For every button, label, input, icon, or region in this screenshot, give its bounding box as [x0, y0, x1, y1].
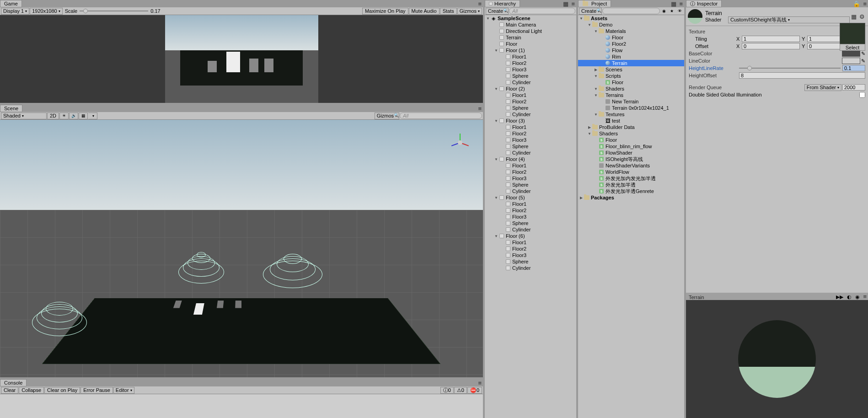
- project-item[interactable]: Terrain: [578, 60, 684, 66]
- hierarchy-item[interactable]: ▼Floor (5): [485, 194, 576, 201]
- foldout-icon[interactable]: ▼: [494, 48, 498, 53]
- project-item[interactable]: ▶ProBuilder Data: [578, 124, 684, 130]
- linecolor-swatch[interactable]: [842, 58, 860, 64]
- eyedropper-icon[interactable]: ✎: [861, 51, 865, 57]
- project-item[interactable]: SFloor_blinn_rim_flow: [578, 143, 684, 150]
- resolution-dropdown[interactable]: 1920x1080: [30, 8, 62, 15]
- project-item[interactable]: S外发光加半透Genrete: [578, 188, 684, 194]
- shader-dropdown[interactable]: Custom/ISOheight等高线: [728, 16, 850, 23]
- foldout-icon[interactable]: ▼: [579, 16, 584, 21]
- info-count-toggle[interactable]: ⓘ0: [440, 387, 454, 394]
- eyedropper-icon[interactable]: ✎: [861, 58, 865, 64]
- panel-menu-icon[interactable]: ≡: [477, 0, 483, 7]
- shading-dropdown[interactable]: Shaded: [1, 113, 47, 119]
- foldout-icon[interactable]: ▶: [587, 125, 592, 129]
- hierarchy-item[interactable]: Sphere: [485, 73, 576, 79]
- favorite-icon[interactable]: ★: [668, 8, 675, 15]
- maximize-on-play-button[interactable]: Maximize On Play: [362, 8, 408, 15]
- tab-game[interactable]: Game: [0, 0, 22, 7]
- hierarchy-item[interactable]: Floor1: [485, 92, 576, 98]
- project-item[interactable]: ▼Textures: [578, 111, 684, 118]
- hierarchy-item[interactable]: Sphere: [485, 105, 576, 111]
- stats-button[interactable]: Stats: [440, 8, 457, 15]
- hierarchy-item[interactable]: Floor1: [485, 162, 576, 169]
- hierarchy-item[interactable]: Floor1: [485, 239, 576, 246]
- filter-icon[interactable]: ◉: [660, 8, 668, 15]
- heightoffset-input[interactable]: [739, 72, 865, 79]
- foldout-icon[interactable]: ▼: [494, 118, 498, 123]
- audio-toggle-icon[interactable]: 🔊: [69, 113, 78, 119]
- hierarchy-item[interactable]: Sphere: [485, 143, 576, 150]
- hierarchy-item[interactable]: Floor3: [485, 175, 576, 182]
- hierarchy-item[interactable]: ▼Floor (6): [485, 233, 576, 239]
- hierarchy-item[interactable]: ▼Floor (3): [485, 118, 576, 124]
- hierarchy-item[interactable]: Cylinder: [485, 265, 576, 271]
- project-item[interactable]: ▼Materials: [578, 28, 684, 34]
- scene-gizmo[interactable]: [449, 131, 472, 154]
- heightlinerate-slider[interactable]: [739, 65, 841, 71]
- hierarchy-item[interactable]: ▼Floor (1): [485, 47, 576, 54]
- foldout-icon[interactable]: ▼: [494, 195, 498, 200]
- game-gizmos-dropdown[interactable]: Gizmos: [457, 8, 482, 15]
- game-viewport[interactable]: [0, 15, 483, 103]
- project-item[interactable]: Floor: [578, 34, 684, 41]
- hierarchy-item[interactable]: Cylinder: [485, 188, 576, 194]
- hierarchy-item[interactable]: Floor1: [485, 201, 576, 207]
- project-item[interactable]: Rim: [578, 54, 684, 60]
- heightlinerate-input[interactable]: [842, 65, 865, 71]
- scene-viewport[interactable]: [0, 120, 483, 377]
- project-item[interactable]: Terrain 0x0r1024x1024_1: [578, 105, 684, 111]
- clear-button[interactable]: Clear: [1, 387, 18, 394]
- foldout-icon[interactable]: ▼: [594, 112, 598, 117]
- tab-project[interactable]: Project: [578, 0, 611, 7]
- hierarchy-item[interactable]: Sphere: [485, 258, 576, 265]
- tab-hierarchy[interactable]: Hierarchy: [485, 0, 520, 7]
- project-search[interactable]: [602, 8, 660, 14]
- hierarchy-item[interactable]: Floor2: [485, 207, 576, 214]
- project-item[interactable]: ▼Terrains: [578, 92, 684, 98]
- panel-menu-icon[interactable]: ≡: [570, 0, 576, 7]
- hierarchy-item[interactable]: Cylinder: [485, 79, 576, 86]
- panel-menu-icon[interactable]: ≡: [678, 0, 684, 7]
- mute-audio-button[interactable]: Mute Audio: [409, 8, 439, 15]
- project-item[interactable]: ▼Scripts: [578, 73, 684, 79]
- foldout-icon[interactable]: ▼: [486, 16, 490, 21]
- preview-mesh-icon[interactable]: ◉: [853, 294, 862, 300]
- hierarchy-item[interactable]: Floor2: [485, 60, 576, 66]
- project-item[interactable]: SFloor: [578, 79, 684, 86]
- project-item[interactable]: SISOheight等高线: [578, 156, 684, 162]
- basecolor-swatch[interactable]: [842, 50, 860, 57]
- component-help-icon[interactable]: ▦: [850, 13, 858, 20]
- panel-options-icon[interactable]: ▦: [562, 0, 570, 7]
- project-item[interactable]: SWorldFlow: [578, 169, 684, 175]
- foldout-icon[interactable]: ▼: [587, 22, 592, 27]
- hierarchy-item[interactable]: Floor2: [485, 98, 576, 105]
- project-item[interactable]: ▼Shaders: [578, 130, 684, 137]
- project-item[interactable]: ▼Shaders: [578, 86, 684, 92]
- foldout-icon[interactable]: ▼: [594, 29, 598, 33]
- project-item[interactable]: SFlowShader: [578, 150, 684, 156]
- select-texture-button[interactable]: Select: [840, 44, 865, 51]
- component-menu-icon[interactable]: ⚙: [858, 13, 866, 20]
- display-dropdown[interactable]: Display 1: [1, 8, 29, 15]
- scene-search[interactable]: All: [400, 113, 482, 119]
- hierarchy-item[interactable]: ▼Floor (4): [485, 156, 576, 162]
- project-item[interactable]: Floor2: [578, 41, 684, 47]
- doublesided-checkbox[interactable]: [859, 92, 865, 98]
- hierarchy-item[interactable]: Floor1: [485, 124, 576, 130]
- hierarchy-item[interactable]: Cylinder: [485, 150, 576, 156]
- project-item[interactable]: NewShaderVariants: [578, 162, 684, 169]
- assets-root[interactable]: ▼ Assets: [578, 15, 684, 21]
- lighting-toggle-icon[interactable]: ☀: [59, 113, 69, 119]
- hierarchy-item[interactable]: Floor: [485, 41, 576, 47]
- error-pause-button[interactable]: Error Pause: [80, 387, 113, 394]
- panel-options-icon[interactable]: ▦: [670, 0, 678, 7]
- clear-on-play-button[interactable]: Clear on Play: [44, 387, 80, 394]
- hierarchy-item[interactable]: Floor1: [485, 54, 576, 60]
- hierarchy-item[interactable]: Main Camera: [485, 21, 576, 28]
- preview-menu-icon[interactable]: ≡: [862, 293, 868, 300]
- offset-x-input[interactable]: [742, 43, 800, 49]
- hierarchy-search[interactable]: All: [509, 8, 575, 14]
- scale-slider[interactable]: [80, 8, 148, 14]
- hierarchy-item[interactable]: Cylinder: [485, 111, 576, 118]
